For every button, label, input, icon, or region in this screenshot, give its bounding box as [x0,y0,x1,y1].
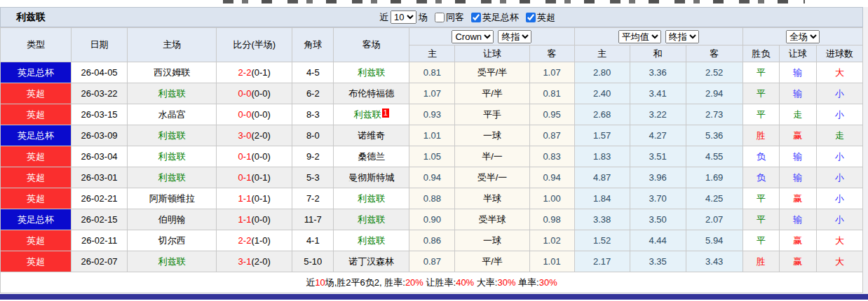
date-cell: 26-03-01 [72,167,128,188]
league-type-cell: 英超 [1,146,72,167]
avg-draw-odds: 4.44 [630,230,686,251]
avg-draw-odds: 3.70 [630,188,686,209]
score-cell: 3-1(2-0) [217,251,292,272]
corners-cell: 5-10 [292,251,334,272]
result-goals-cell: 小 [816,167,862,188]
away-team-cell: 利兹联1 [334,104,409,125]
table-row: 英超26-03-22利兹联0-0(0-0)6-2布伦特福德1.07平/半0.81… [1,83,863,104]
date-cell: 26-02-15 [72,209,128,230]
summary-segment: 大率: [474,277,497,288]
final-odds-select-1[interactable]: 终指 [498,30,531,43]
crown-away-odds: 0.98 [529,209,574,230]
crown-handicap-cell: 半球 [455,188,529,209]
avg-home-odds: 1.83 [574,146,630,167]
avg-draw-odds: 3.41 [630,83,686,104]
average-select[interactable]: 平均值 [618,30,661,43]
bookmaker-select[interactable]: Crown [452,30,494,43]
avg-away-odds: 4.55 [686,146,742,167]
corners-cell: 7-2 [292,188,334,209]
result-handicap-cell: 走 [779,104,816,125]
result-goals-cell: 走 [816,125,862,146]
result-outcome-cell: 负 [742,146,779,167]
crown-handicap-cell: 受半/一 [455,167,529,188]
avg-home-odds: 1.57 [574,125,630,146]
facup-checkbox[interactable] [471,13,481,22]
away-team-cell: 利兹联 [334,230,409,251]
home-team-cell: 利兹联 [128,83,217,104]
corners-cell: 4-5 [292,62,334,83]
score-cell: 2-2(1-0) [217,230,292,251]
col-crown-away: 客 [529,46,574,62]
same-away-checkbox[interactable] [435,13,445,22]
avg-home-odds: 3.38 [574,209,630,230]
average-select-group: 平均值 终指 [574,28,742,46]
facup-label: 英足总杯 [482,11,519,24]
recent-matches-panel: 利兹联 近 10 场 同客 英足总杯 英超 类型 日期 主 [0,7,863,293]
crown-home-odds: 1.07 [409,83,455,104]
away-team-cell: 利兹联 [334,188,409,209]
crown-away-odds: 0.94 [529,167,574,188]
away-team-cell: 曼彻斯特城 [334,167,409,188]
result-handicap-cell: 输 [779,62,816,83]
crown-handicap-cell: 平手 [455,104,529,125]
avg-draw-odds: 3.51 [630,146,686,167]
col-avg-away: 客 [686,46,742,62]
col-result-goals: 进球数 [816,46,862,62]
score-cell: 2-2(0-1) [217,62,292,83]
avg-away-odds: 2.07 [686,209,742,230]
crown-away-odds: 0.81 [529,83,574,104]
corners-cell: 9-2 [292,146,334,167]
date-cell: 26-03-09 [72,125,128,146]
bookmaker-select-group: Crown 终指 [409,28,574,46]
final-odds-select-2[interactable]: 终指 [665,30,699,43]
recent-count-select[interactable]: 10 [391,10,416,24]
avg-home-odds: 2.40 [574,83,630,104]
crown-away-odds: 1.02 [529,230,574,251]
crown-home-odds: 0.86 [409,230,455,251]
table-row: 英足总杯26-03-09利兹联3-0(2-0)8-0诺维奇1.01一球0.871… [1,125,863,146]
table-row: 英足总杯26-02-15伯明翰1-1(0-0)11-7利兹联0.90受半球0.9… [1,209,863,230]
avg-home-odds: 2.17 [574,251,630,272]
score-cell: 1-1(0-1) [217,188,292,209]
summary-row: 近10场,胜2平6负2, 胜率:20% 让胜率:40% 大率:30% 单率:30… [1,272,863,293]
date-cell: 26-03-04 [72,146,128,167]
epl-checkbox[interactable] [526,13,536,22]
result-goals-cell: 大 [816,251,862,272]
table-row: 英超26-03-01利兹联0-1(0-1)5-3曼彻斯特城0.94受半/一0.9… [1,167,863,188]
result-goals-cell: 小 [816,83,862,104]
league-type-cell: 英足总杯 [1,62,72,83]
home-team-cell: 阿斯顿维拉 [128,188,217,209]
summary-segment: 单率: [515,277,538,288]
avg-away-odds: 2.52 [686,62,742,83]
avg-home-odds: 2.80 [574,62,630,83]
rank-badge: 1 [382,108,389,118]
league-type-cell: 英超 [1,167,72,188]
home-team-cell: 伯明翰 [128,209,217,230]
avg-away-odds: 1.69 [686,167,742,188]
crown-home-odds: 0.93 [409,104,455,125]
filter-controls: 近 10 场 同客 英足总杯 英超 [379,8,555,27]
result-handicap-cell: 输 [779,83,816,104]
fullmatch-scope-select[interactable]: 全场 [786,30,820,43]
score-cell: 0-0(0-0) [217,104,292,125]
col-avg-draw: 和 [630,46,686,62]
home-team-cell: 利兹联 [128,125,217,146]
col-type: 类型 [1,28,72,62]
col-home: 主场 [128,28,217,62]
home-team-cell: 利兹联 [128,167,217,188]
avg-draw-odds: 3.22 [630,104,686,125]
corners-cell: 6-2 [292,83,334,104]
avg-draw-odds: 3.96 [630,167,686,188]
crown-home-odds: 0.90 [409,209,455,230]
col-avg-home: 主 [574,46,630,62]
home-team-cell: 利兹联 [128,146,217,167]
corners-cell: 8-3 [292,104,334,125]
result-goals-cell: 大 [816,62,862,83]
avg-draw-odds: 4.27 [630,125,686,146]
home-team-cell: 切尔西 [128,230,217,251]
summary-text: 近10场,胜2平6负2, 胜率:20% 让胜率:40% 大率:30% 单率:30… [1,272,863,293]
away-team-cell: 利兹联 [334,209,409,230]
table-row: 英超26-03-04利兹联0-1(0-0)9-2桑德兰1.05半/一0.831.… [1,146,863,167]
recent-label: 近 [379,11,388,24]
team-title: 利兹联 [1,11,46,24]
